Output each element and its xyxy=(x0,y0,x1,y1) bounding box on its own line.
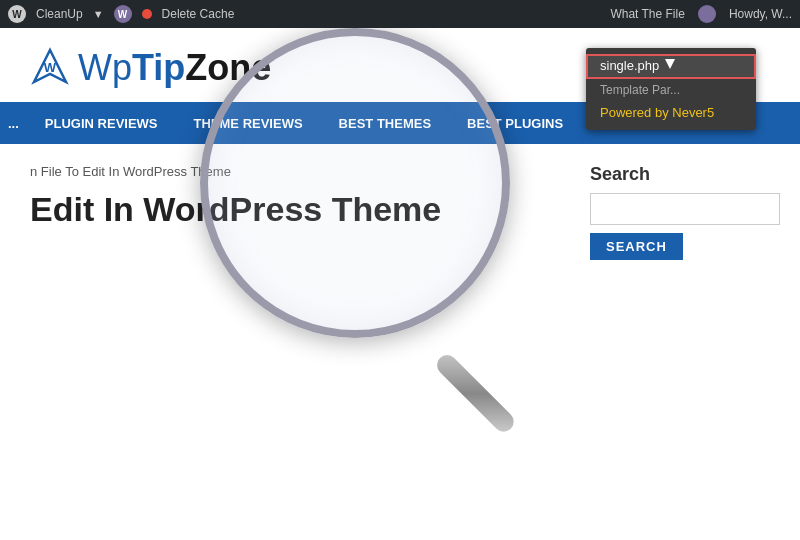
dropdown-item-powered[interactable]: Powered by Never5 xyxy=(586,101,756,124)
site-wrapper: single.php Template Par... Powered by Ne… xyxy=(0,28,800,540)
logo-icon: W xyxy=(30,46,70,90)
cleanup-item[interactable]: CleanUp xyxy=(36,7,83,21)
admin-bar-left: W CleanUp ▼ W Delete Cache xyxy=(8,5,610,23)
logo-text: WpTipZone xyxy=(78,50,271,86)
howdy-text: Howdy, W... xyxy=(729,7,792,21)
dropdown-item-template[interactable]: Template Par... xyxy=(586,79,756,101)
nav-item-edge[interactable]: ... xyxy=(0,102,27,144)
filter-icon: ▼ xyxy=(93,8,104,20)
svg-text:W: W xyxy=(44,60,57,75)
wtf-icon xyxy=(698,5,716,23)
admin-bar: W CleanUp ▼ W Delete Cache What The File… xyxy=(0,0,800,28)
search-label: Search xyxy=(590,164,780,185)
main-content: n File To Edit In WordPress Theme Edit I… xyxy=(0,144,800,521)
logo-wp: Wp xyxy=(78,47,132,88)
page-title: Edit In WordPress Theme xyxy=(30,189,540,230)
breadcrumb: n File To Edit In WordPress Theme xyxy=(30,164,540,179)
content-right: Search SEARCH xyxy=(570,164,800,521)
logo-zone: Zone xyxy=(185,47,271,88)
wp-logo[interactable]: W xyxy=(8,5,26,23)
what-the-file-link[interactable]: What The File xyxy=(610,7,684,21)
search-input[interactable] xyxy=(590,193,780,225)
nav-item-best-themes[interactable]: BEST THEMES xyxy=(321,102,449,144)
wp-icon-2: W xyxy=(114,5,132,23)
nav-item-best-plugins[interactable]: BEST PLUGINS xyxy=(449,102,581,144)
search-button[interactable]: SEARCH xyxy=(590,233,683,260)
cursor-icon xyxy=(665,59,675,75)
red-dot xyxy=(142,9,152,19)
dropdown-item-single[interactable]: single.php xyxy=(586,54,756,79)
logo-tip: Tip xyxy=(132,47,185,88)
nav-item-plugin-reviews[interactable]: PLUGIN REVIEWS xyxy=(27,102,176,144)
delete-cache-item[interactable]: Delete Cache xyxy=(162,7,235,21)
wtf-dropdown[interactable]: single.php Template Par... Powered by Ne… xyxy=(586,48,756,130)
admin-bar-right: What The File Howdy, W... xyxy=(610,5,792,23)
content-left: n File To Edit In WordPress Theme Edit I… xyxy=(0,164,570,521)
nav-item-theme-reviews[interactable]: THEME REVIEWS xyxy=(176,102,321,144)
